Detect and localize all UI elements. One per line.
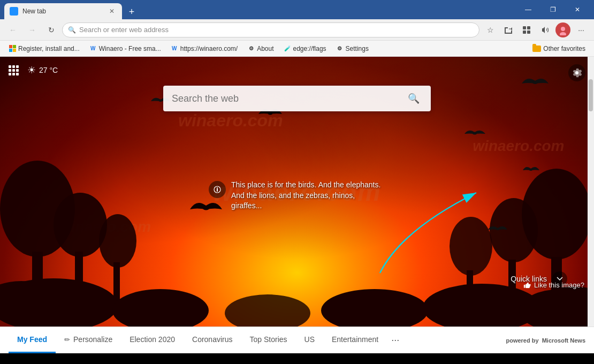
address-placeholder: Search or enter web address bbox=[79, 26, 474, 34]
favorites-button[interactable]: ☆ bbox=[482, 21, 499, 39]
image-caption: This place is for the birds. And the ele… bbox=[209, 180, 381, 211]
other-favorites-label: Other favorites bbox=[543, 45, 585, 52]
tree-bottom bbox=[0, 262, 594, 327]
svg-rect-2 bbox=[527, 26, 530, 29]
bird-right-lower bbox=[487, 223, 508, 233]
winaero1-favicon: W bbox=[89, 45, 97, 52]
grid-dot bbox=[16, 73, 19, 75]
grid-menu-button[interactable] bbox=[9, 65, 19, 75]
tab-close-button[interactable]: ✕ bbox=[107, 6, 117, 16]
weather-widget[interactable]: ☀ 27 °C bbox=[27, 64, 58, 76]
profile-avatar bbox=[555, 22, 570, 37]
bookmark-winaero2[interactable]: W https://winaero.com/ bbox=[166, 43, 242, 54]
bird-top-right bbox=[519, 73, 551, 89]
svg-rect-3 bbox=[523, 31, 526, 34]
topstories-label: Top Stories bbox=[250, 335, 287, 344]
powered-by: powered by Microsoft News bbox=[506, 337, 585, 344]
title-bar: New tab ✕ + — ❐ ✕ bbox=[0, 0, 594, 19]
entertainment-label: Entertainment bbox=[332, 335, 378, 344]
scrollbar[interactable] bbox=[588, 57, 594, 327]
profile-button[interactable] bbox=[554, 21, 572, 39]
bookmark-about-label: About bbox=[257, 45, 273, 52]
close-button[interactable]: ✕ bbox=[565, 0, 590, 19]
grid-dot bbox=[12, 69, 15, 72]
toolbar-actions: ☆ ··· bbox=[482, 21, 590, 39]
top-left-menu: ☀ 27 °C bbox=[9, 64, 58, 76]
winaero2-favicon: W bbox=[171, 45, 178, 52]
news-tab-entertainment[interactable]: Entertainment bbox=[323, 327, 387, 353]
svg-point-24 bbox=[0, 278, 118, 327]
news-tab-personalize[interactable]: ✏ Personalize bbox=[56, 327, 121, 353]
coronavirus-label: Coronavirus bbox=[192, 335, 232, 344]
grid-dot bbox=[12, 65, 15, 68]
caption-text: This place is for the birds. And the ele… bbox=[231, 180, 381, 211]
svg-point-35 bbox=[159, 100, 162, 102]
bookmark-flags-label: edge://flags bbox=[293, 45, 326, 52]
collections-button[interactable] bbox=[518, 21, 535, 39]
svg-point-31 bbox=[473, 132, 477, 135]
svg-point-12 bbox=[99, 214, 136, 268]
svg-rect-4 bbox=[527, 31, 530, 34]
bird-small-right bbox=[522, 164, 540, 173]
main-content: winaero.com winaero.com winaero.com wina… bbox=[0, 57, 594, 327]
news-tab-coronavirus[interactable]: Coronavirus bbox=[184, 327, 241, 353]
bookmark-settings-label: Settings bbox=[346, 45, 369, 52]
active-tab[interactable]: New tab ✕ bbox=[4, 3, 122, 19]
refresh-button[interactable]: ↻ bbox=[43, 21, 60, 39]
microsoft-favicon bbox=[9, 45, 16, 52]
grid-dot bbox=[9, 69, 11, 72]
powered-by-text: powered by bbox=[506, 337, 538, 344]
search-box[interactable]: 🔍 bbox=[163, 86, 431, 111]
read-aloud-button[interactable] bbox=[536, 21, 553, 39]
powered-by-brand: Microsoft News bbox=[542, 337, 585, 344]
svg-point-36 bbox=[496, 228, 499, 230]
grid-dot bbox=[12, 73, 15, 75]
sun-icon: ☀ bbox=[27, 64, 36, 76]
news-tab-myfeed[interactable]: My Feed bbox=[9, 327, 56, 353]
minimize-button[interactable]: — bbox=[516, 0, 540, 19]
about-favicon: ⚙ bbox=[247, 45, 255, 52]
svg-rect-38 bbox=[217, 188, 218, 192]
news-tab-us[interactable]: US bbox=[296, 327, 323, 353]
bookmark-microsoft-label: Register, install and... bbox=[18, 45, 80, 52]
bookmark-about[interactable]: ⚙ About bbox=[243, 43, 278, 54]
news-more-button[interactable]: ··· bbox=[387, 327, 403, 353]
search-icon: 🔍 bbox=[68, 26, 76, 34]
like-image-label: Like this image? bbox=[534, 281, 584, 289]
new-tab-button[interactable]: + bbox=[124, 4, 139, 19]
bookmark-winaero2-label: https://winaero.com/ bbox=[180, 45, 238, 52]
news-tab-election[interactable]: Election 2020 bbox=[121, 327, 184, 353]
caption-info-button[interactable] bbox=[209, 181, 226, 198]
grid-dot bbox=[9, 65, 11, 68]
window-controls: — ❐ ✕ bbox=[516, 0, 590, 19]
restore-button[interactable]: ❐ bbox=[540, 0, 565, 19]
address-bar[interactable]: 🔍 Search or enter web address bbox=[62, 22, 479, 37]
tab-area: New tab ✕ + bbox=[4, 0, 514, 19]
more-button[interactable]: ··· bbox=[573, 21, 590, 39]
myfeed-label: My Feed bbox=[17, 335, 47, 344]
svg-point-27 bbox=[321, 289, 428, 327]
page-settings-button[interactable] bbox=[568, 64, 585, 81]
scrollbar-thumb[interactable] bbox=[589, 79, 593, 111]
bookmark-flags[interactable]: 🧪 edge://flags bbox=[279, 43, 331, 54]
like-image-button[interactable]: Like this image? bbox=[523, 281, 584, 289]
back-button[interactable]: ← bbox=[4, 21, 21, 39]
other-favorites[interactable]: Other favorites bbox=[528, 43, 590, 54]
search-container: 🔍 bbox=[163, 86, 431, 111]
bookmark-microsoft[interactable]: Register, install and... bbox=[4, 43, 84, 54]
bookmark-settings[interactable]: ⚙ Settings bbox=[332, 43, 373, 54]
bookmark-winaero1[interactable]: W Winaero - Free sma... bbox=[85, 43, 165, 54]
search-button[interactable]: 🔍 bbox=[405, 90, 422, 107]
temperature: 27 °C bbox=[39, 66, 58, 74]
bookmarks-bar: Register, install and... W Winaero - Fre… bbox=[0, 41, 594, 57]
flags-favicon: 🧪 bbox=[284, 45, 291, 52]
personalize-label: Personalize bbox=[73, 335, 112, 344]
news-tab-topstories[interactable]: Top Stories bbox=[241, 327, 296, 353]
folder-icon bbox=[532, 46, 541, 52]
grid-dot bbox=[9, 73, 11, 75]
election-label: Election 2020 bbox=[130, 335, 175, 344]
grid-dot bbox=[16, 65, 19, 68]
forward-button[interactable]: → bbox=[24, 21, 41, 39]
search-input[interactable] bbox=[172, 93, 400, 104]
share-button[interactable] bbox=[500, 21, 517, 39]
